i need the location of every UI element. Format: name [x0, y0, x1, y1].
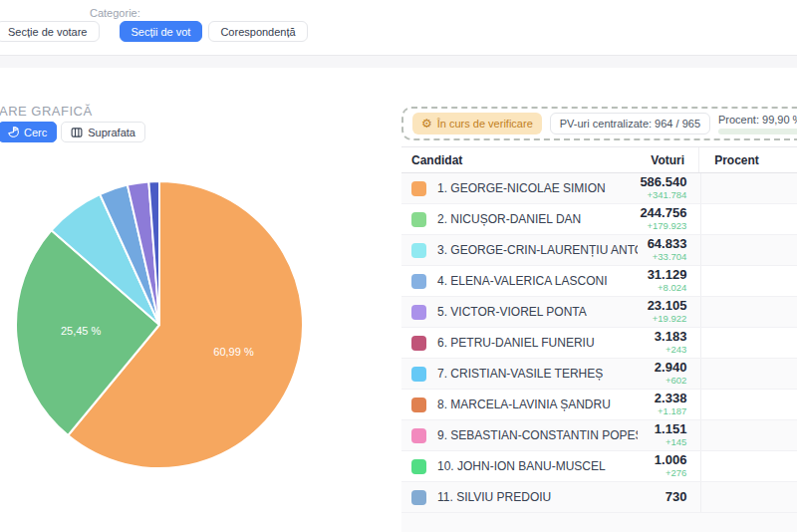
votes-cell: 23.105+19.922 [638, 299, 701, 325]
pv-centralized-badge: PV-uri centralizate: 964 / 965 [550, 113, 710, 134]
candidate-color-swatch [411, 243, 426, 258]
table-row: 4. ELENA-VALERICA LASCONI31.129+8.024 [401, 266, 797, 297]
candidate-name: 7. CRISTIAN-VASILE TERHEȘ [437, 367, 603, 381]
votes-value: 31.129 [638, 268, 687, 283]
table-row: 1. GEORGE-NICOLAE SIMION586.540+341.784 [401, 173, 797, 204]
percent-cell [700, 390, 797, 419]
view-button-cerc[interactable]: Cerc [0, 122, 57, 142]
votes-delta: +19.922 [638, 314, 687, 325]
candidate-cell: 7. CRISTIAN-VASILE TERHEȘ [401, 367, 638, 382]
map-icon [71, 127, 83, 138]
votes-value: 1.006 [638, 453, 687, 468]
percent-cell [700, 359, 797, 389]
percent-label: Procent: 99,90 % [718, 114, 797, 126]
votes-value: 1.151 [638, 422, 687, 437]
candidate-color-swatch [411, 367, 426, 382]
candidate-color-swatch [411, 305, 426, 320]
candidate-color-swatch [411, 336, 426, 351]
candidate-name: 3. GEORGE-CRIN-LAURENȚIU ANTONESCU [437, 243, 638, 257]
category-label: Categorie: [90, 7, 140, 19]
votes-delta: +276 [638, 468, 687, 479]
candidate-color-swatch [411, 212, 426, 227]
candidate-cell: 9. SEBASTIAN-CONSTANTIN POPESCU [401, 428, 638, 443]
candidate-cell: 3. GEORGE-CRIN-LAURENȚIU ANTONESCU [401, 243, 638, 258]
votes-cell: 64.833+33.704 [638, 237, 701, 263]
candidate-cell: 6. PETRU-DANIEL FUNERIU [401, 336, 638, 351]
view-button-label: Suprafata [88, 127, 135, 138]
chart-view-button-group: CercSuprafata [0, 122, 145, 142]
table-row: 9. SEBASTIAN-CONSTANTIN POPESCU1.151+145 [401, 420, 797, 451]
votes-cell: 1.151+145 [638, 422, 701, 448]
category-button-corespondență[interactable]: Corespondență [208, 21, 307, 42]
candidate-name: 1. GEORGE-NICOLAE SIMION [437, 181, 606, 195]
candidate-name: 8. MARCELA-LAVINIA ȘANDRU [437, 398, 611, 411]
votes-value: 23.105 [638, 299, 687, 314]
table-row: 10. JOHN-ION BANU-MUSCEL1.006+276 [401, 451, 797, 482]
column-header-votes: Voturi [636, 153, 698, 167]
candidate-color-swatch [411, 459, 426, 474]
candidate-cell: 1. GEORGE-NICOLAE SIMION [401, 181, 638, 196]
category-button-secție-de-votare[interactable]: Secție de votare [0, 21, 100, 42]
table-row: 3. GEORGE-CRIN-LAURENȚIU ANTONESCU64.833… [401, 235, 797, 266]
votes-delta: +8.024 [638, 283, 687, 294]
candidate-name: 6. PETRU-DANIEL FUNERIU [437, 336, 595, 350]
percent-cell [700, 297, 797, 327]
pie-chart: 60,99 %25,45 % [12, 177, 311, 476]
status-box: ⚙ În curs de verificare PV-uri centraliz… [401, 107, 797, 140]
votes-value: 244.756 [638, 206, 687, 221]
partial-next-row [401, 513, 797, 532]
candidate-color-swatch [411, 274, 426, 289]
candidate-name: 4. ELENA-VALERICA LASCONI [437, 274, 608, 288]
percent-cell [700, 451, 797, 481]
percent-progress-block: Procent: 99,90 % [718, 114, 797, 134]
table-row: 11. SILVIU PREDOIU730 [401, 482, 797, 513]
percent-cell [700, 235, 797, 265]
verification-status-badge: ⚙ În curs de verificare [412, 113, 542, 134]
gear-icon: ⚙ [421, 118, 432, 130]
candidate-name: 10. JOHN-ION BANU-MUSCEL [437, 459, 606, 473]
percent-cell [700, 482, 797, 512]
candidate-cell: 8. MARCELA-LAVINIA ȘANDRU [401, 398, 638, 412]
view-button-suprafata[interactable]: Suprafata [61, 122, 145, 142]
candidate-cell: 4. ELENA-VALERICA LASCONI [401, 274, 638, 289]
candidate-name: 9. SEBASTIAN-CONSTANTIN POPESCU [437, 428, 638, 442]
candidate-name: 2. NICUȘOR-DANIEL DAN [437, 212, 581, 226]
category-button-secții-de-vot[interactable]: Secții de vot [120, 21, 203, 42]
section-divider [0, 55, 797, 68]
table-body: 1. GEORGE-NICOLAE SIMION586.540+341.7842… [401, 173, 797, 513]
table-header-row: Candidat Voturi Procent [401, 146, 797, 173]
pie-slice-label: 25,45 % [61, 325, 102, 337]
votes-value: 2.338 [638, 392, 687, 406]
results-table: Candidat Voturi Procent 1. GEORGE-NICOLA… [401, 146, 797, 532]
table-row: 7. CRISTIAN-VASILE TERHEȘ2.940+602 [401, 359, 797, 390]
candidate-name: 5. VICTOR-VIOREL PONTA [437, 305, 587, 319]
candidate-color-swatch [411, 181, 426, 196]
category-button-group: Secție de votareSecții de votCoresponden… [0, 21, 308, 42]
percent-cell [700, 266, 797, 296]
candidate-color-swatch [411, 398, 426, 412]
candidate-name: 11. SILVIU PREDOIU [437, 490, 551, 504]
votes-cell: 586.540+341.784 [638, 175, 701, 201]
pie-slice-label: 60,99 % [213, 346, 254, 358]
graphic-section-title: ARE GRAFICĂ [0, 104, 93, 119]
column-header-candidate: Candidat [401, 153, 636, 167]
votes-delta: +602 [638, 376, 687, 387]
view-button-label: Cerc [24, 127, 47, 138]
votes-cell: 2.338+1.187 [638, 392, 701, 417]
candidate-color-swatch [411, 428, 426, 443]
votes-delta: +1.187 [638, 406, 687, 417]
candidate-color-swatch [411, 490, 426, 505]
candidate-cell: 5. VICTOR-VIOREL PONTA [401, 305, 638, 320]
table-row: 6. PETRU-DANIEL FUNERIU3.183+243 [401, 328, 797, 359]
table-row: 5. VICTOR-VIOREL PONTA23.105+19.922 [401, 297, 797, 328]
table-row: 8. MARCELA-LAVINIA ȘANDRU2.338+1.187 [401, 390, 797, 420]
votes-cell: 730 [638, 490, 701, 505]
votes-cell: 2.940+602 [638, 361, 701, 387]
percent-cell [700, 204, 797, 234]
votes-delta: +33.704 [638, 252, 687, 263]
votes-value: 730 [638, 490, 687, 505]
percent-cell [700, 420, 797, 450]
percent-progress-bar [718, 129, 797, 134]
candidate-cell: 2. NICUȘOR-DANIEL DAN [401, 212, 638, 227]
votes-value: 586.540 [638, 175, 687, 190]
